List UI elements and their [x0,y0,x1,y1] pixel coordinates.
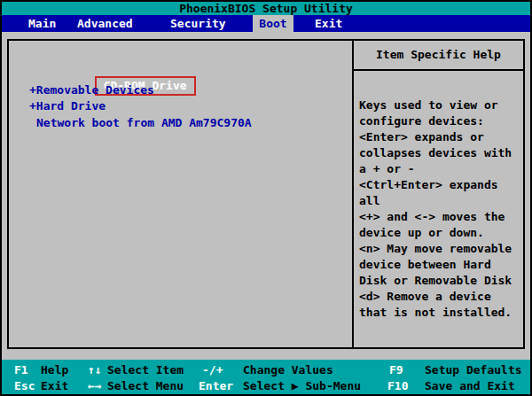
key-f1: F1 [14,362,28,378]
action-help: Help [41,362,68,378]
help-line: <Enter> expands or [359,129,520,145]
help-line: a + or - [359,161,520,177]
help-line: Disk or Removable Disk [359,273,520,289]
tab-exit[interactable]: Exit [315,15,342,32]
help-panel-text: Keys used to view or configure devices: … [354,71,523,321]
boot-item-removable-devices[interactable]: +Removable Devices [29,82,154,98]
bios-setup-screen: PhoenixBIOS Setup Utility Main Advanced … [0,0,532,396]
menu-bar: Main Advanced Security Boot Exit [2,15,530,32]
action-select-menu: Select Menu [107,378,184,394]
action-select-item: Select Item [107,362,184,378]
action-save-and-exit: Save and Exit [425,378,515,394]
help-line: <d> Remove a device [359,289,520,305]
help-line: <Ctrl+Enter> expands [359,177,520,193]
key-esc: Esc [14,378,35,394]
key-legend-bar: F1 Help ↑↓ Select Item -/+ Change Values… [2,360,530,394]
help-line: collapses devices with [359,145,520,161]
title-bar: PhoenixBIOS Setup Utility [2,2,530,15]
key-minus-plus: -/+ [202,362,223,378]
action-select-submenu: Select ▶ Sub-Menu [243,378,361,394]
help-line: configure devices: [359,113,520,129]
tab-boot[interactable]: Boot [253,15,293,32]
help-panel-title: Item Specific Help [354,41,523,71]
tab-security[interactable]: Security [170,15,226,32]
help-line: <+> and <-> moves the [359,209,520,225]
tab-advanced[interactable]: Advanced [77,15,133,32]
boot-item-cd-rom-drive[interactable]: CD-ROM Drive [39,60,196,80]
window-title: PhoenixBIOS Setup Utility [179,2,353,15]
boot-item-network-boot[interactable]: Network boot from AMD Am79C970A [36,115,252,131]
action-exit: Exit [41,378,68,394]
help-panel: Item Specific Help Keys used to view or … [352,41,523,347]
boot-order-list: CD-ROM Drive +Removable Devices +Hard Dr… [9,41,352,347]
key-updown-arrows-icon: ↑↓ [88,362,102,378]
key-leftright-arrows-icon: ←→ [88,378,102,394]
boot-item-hard-drive[interactable]: +Hard Drive [29,98,106,114]
key-enter: Enter [199,378,233,394]
tab-main[interactable]: Main [28,15,56,32]
help-line: Keys used to view or [359,97,520,113]
help-line: all [359,193,520,209]
key-f10: F10 [387,378,408,394]
help-line: <n> May move removable [359,241,520,257]
key-f9: F9 [389,362,403,378]
help-line: device between Hard [359,257,520,273]
action-change-values: Change Values [243,362,333,378]
help-line: that is not installed. [359,305,520,321]
help-line: device up or down. [359,225,520,241]
content-frame: CD-ROM Drive +Removable Devices +Hard Dr… [7,39,525,349]
action-setup-defaults: Setup Defaults [425,362,522,378]
